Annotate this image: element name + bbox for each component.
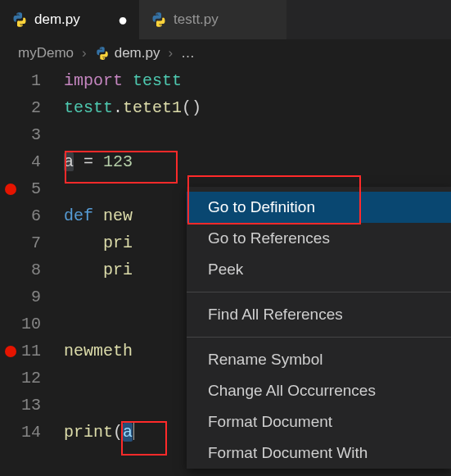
chevron-right-icon: ›: [168, 45, 173, 61]
line-number: 14: [0, 419, 64, 446]
menu-separator: [187, 337, 451, 338]
menu-item-go-to-definition[interactable]: Go to Definition: [187, 192, 451, 223]
breakpoint-icon[interactable]: [5, 346, 16, 357]
code-line[interactable]: def new: [64, 202, 133, 229]
line-number: 6: [0, 202, 64, 229]
line-number: 4: [0, 148, 64, 175]
crumb-root[interactable]: myDemo: [18, 45, 74, 61]
menu-item-go-to-references[interactable]: Go to References: [187, 223, 451, 254]
code-line[interactable]: print(a: [64, 419, 134, 446]
tab-bar: dem.py ● testt.py: [0, 0, 451, 39]
code-line[interactable]: import testt: [64, 67, 182, 94]
line-number: 11: [0, 338, 64, 365]
text-cursor: [133, 422, 134, 440]
menu-item-change-all-occurrences[interactable]: Change All Occurrences: [187, 375, 451, 406]
line-number: 1: [0, 67, 64, 94]
menu-item-peek[interactable]: Peek: [187, 254, 451, 285]
chevron-right-icon: ›: [82, 45, 87, 61]
line-number: 13: [0, 392, 64, 419]
line-number: 10: [0, 311, 64, 338]
line-number: 2: [0, 94, 64, 121]
crumb-file[interactable]: dem.py: [95, 45, 160, 61]
tab-label: testt.py: [174, 11, 219, 28]
menu-item-rename-symbol[interactable]: Rename Symbol: [187, 344, 451, 375]
breakpoint-icon[interactable]: [5, 184, 16, 195]
code-line[interactable]: pri: [64, 229, 133, 256]
code-line[interactable]: testt.tetet1(): [64, 94, 201, 121]
line-number: 5: [0, 175, 64, 202]
tab-label: dem.py: [34, 11, 80, 28]
breadcrumb[interactable]: myDemo › dem.py › …: [0, 39, 451, 67]
python-icon: [151, 11, 167, 28]
crumb-more[interactable]: …: [181, 45, 196, 61]
menu-separator: [187, 292, 451, 292]
line-number: 3: [0, 121, 64, 148]
tab-dem-py[interactable]: dem.py ●: [0, 0, 139, 39]
tab-testt-py[interactable]: testt.py: [139, 0, 286, 39]
line-number: 7: [0, 229, 64, 256]
line-number: 8: [0, 256, 64, 283]
dirty-indicator-icon: ●: [118, 11, 128, 28]
menu-item-format-document-with[interactable]: Format Document With: [187, 437, 451, 469]
menu-item-find-all-references[interactable]: Find All References: [187, 299, 451, 330]
line-number: 9: [0, 283, 64, 311]
python-icon: [11, 11, 28, 28]
python-icon: [95, 46, 110, 61]
context-menu: Go to Definition Go to References Peek F…: [187, 187, 451, 469]
code-line[interactable]: a = 123: [64, 148, 133, 175]
menu-item-format-document[interactable]: Format Document: [187, 406, 451, 437]
line-number: 12: [0, 365, 64, 392]
code-line[interactable]: newmeth: [64, 338, 133, 365]
code-line[interactable]: pri: [64, 256, 133, 283]
